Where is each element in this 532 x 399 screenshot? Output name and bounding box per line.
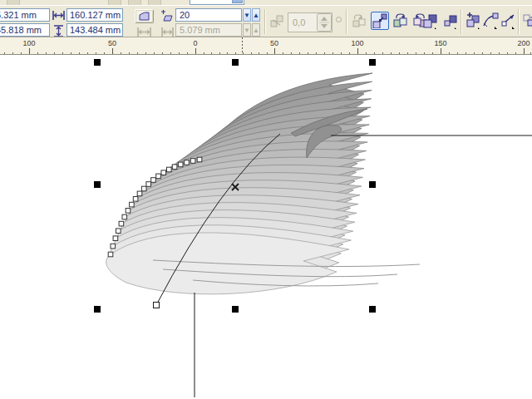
blend-node[interactable] [190,159,195,164]
blend-node[interactable] [133,197,138,202]
ruler-tick [112,48,113,54]
selection-handle[interactable] [232,59,239,66]
blend-node[interactable] [137,191,142,196]
spin-up-icon[interactable]: ▲ [252,8,260,22]
ruler-tick-dot [457,52,458,54]
ruler-tick-dot [37,52,38,54]
ruler-tick-dot [399,52,400,54]
copy-blend-properties-button[interactable] [521,12,532,30]
ruler-tick-dot [449,52,450,54]
blend-node[interactable] [156,174,161,179]
start-end-objects-button[interactable] [464,12,482,30]
ruler-tick [357,48,358,54]
direct-blend-button[interactable] [371,12,389,30]
ruler-tick-dot [382,52,383,54]
ruler-tick-dot [154,52,155,54]
ruler-tick-dot [187,52,188,54]
drawing-area[interactable] [0,55,532,399]
horizontal-ruler[interactable]: 10050050100150200 [0,37,532,55]
selection-handle[interactable] [369,59,376,66]
object-position-x-field[interactable]: 5.321 mm [0,8,50,22]
path-node[interactable] [154,303,160,308]
blend-node[interactable] [116,229,121,234]
blend-spacing-field: 5.079 mm [175,23,242,37]
blend-steps-toggle-button[interactable] [135,9,154,23]
selection-handle[interactable] [232,306,239,313]
ruler-tick-dot [259,52,259,54]
blend-node[interactable] [167,167,172,172]
ruler-tick-dot [341,52,342,54]
ruler-tick-dot [316,52,317,54]
ruler-tick-dot [332,52,333,54]
ruler-tick-dot [12,52,13,54]
ruler-tick-dot [162,52,163,54]
accelerate-sizing-button[interactable] [441,12,459,30]
ruler-tick-dot [21,52,22,54]
blend-node[interactable] [141,186,146,191]
ruler-tick-dot [530,52,531,54]
object-size-height-field[interactable]: 143.484 mm [66,23,123,37]
ruler-label: 100 [351,39,363,47]
ruler-tick-dot [515,52,516,54]
selection-handle[interactable] [94,181,101,188]
ruler-tick-dot [291,52,292,54]
path-properties-button[interactable] [481,12,500,30]
object-position-y-field[interactable]: 45.818 mm [0,23,50,37]
blend-spacing-icon [161,27,174,37]
spin-down-icon[interactable]: ▼ [243,8,251,22]
clockwise-blend-icon [392,13,408,29]
ruler-tick-dot [507,52,508,54]
ruler-tick-dot [87,52,88,54]
blend-node[interactable] [185,160,190,165]
ruler-cursor-mark [242,37,243,54]
ruler-tick-dot [235,52,236,54]
drawing-canvas[interactable] [0,55,532,399]
ruler-tick-dot [96,52,96,54]
ruler-tick-dot [62,52,63,54]
blend-node[interactable] [108,252,113,257]
ruler-tick-dot [129,52,130,54]
object-color-acceleration-button[interactable] [421,12,439,30]
blend-steps-field[interactable]: 20 [175,8,242,22]
blend-node[interactable] [130,202,135,207]
blend-node[interactable] [172,165,177,170]
ruler-tick-dot [71,52,71,54]
ruler-tick-dot [251,52,252,54]
blend-node[interactable] [122,214,127,219]
selection-handle[interactable] [369,306,376,313]
selection-handle[interactable] [369,181,376,188]
divider [264,9,266,34]
path-properties-icon [482,12,499,29]
ruler-tick-dot [243,52,244,54]
start-end-objects-icon [465,12,481,29]
ruler-tick-dot [227,52,228,54]
combo-dropdown-icon[interactable] [232,0,243,3]
loop-blend-button [350,12,368,30]
ruler-tick-dot [170,52,171,54]
blend-node[interactable] [119,221,124,226]
selection-handle[interactable] [94,59,101,66]
degree-symbol [336,17,342,22]
blend-node[interactable] [197,157,202,162]
more-blend-options-button[interactable] [499,12,517,30]
ruler-tick-dot [324,52,325,54]
object-size-width-field[interactable]: 160.127 mm [66,8,123,22]
ruler-tick-dot [179,52,180,54]
blend-node[interactable] [161,170,166,175]
blend-direction-icon [270,14,284,28]
ruler-tick-dot [499,52,500,54]
ruler-tick-dot [267,52,268,54]
blend-node[interactable] [111,244,116,249]
fixed-spacing-toggle-icon[interactable] [137,27,151,37]
blend-node[interactable] [146,182,151,187]
ruler-tick [524,48,525,54]
clockwise-blend-button[interactable] [391,12,409,30]
blend-node[interactable] [178,162,183,167]
blend-node[interactable] [126,209,131,214]
blend-node[interactable] [113,236,118,241]
blend-node[interactable] [151,178,156,183]
ruler-label: 0 [193,39,197,47]
selection-handle[interactable] [94,306,101,313]
vertical-size-icon [54,25,63,37]
ruler-label: 50 [108,39,116,47]
